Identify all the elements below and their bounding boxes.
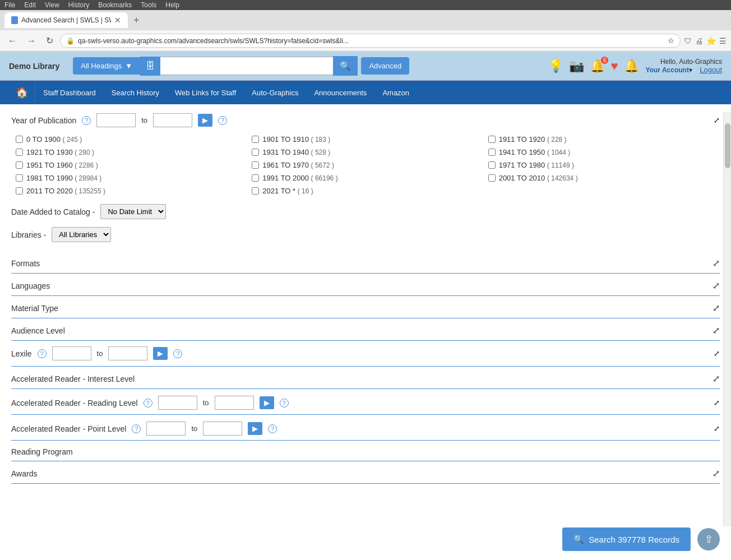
languages-header[interactable]: Languages ⤢ xyxy=(11,274,720,295)
tab-close-icon[interactable]: ✕ xyxy=(114,16,121,25)
audience-level-header[interactable]: Audience Level ⤢ xyxy=(11,318,720,340)
ar-reading-to-input[interactable] xyxy=(215,396,254,410)
date-added-dropdown[interactable]: No Date Limit xyxy=(100,204,166,219)
forward-button[interactable]: → xyxy=(24,35,39,47)
lexile-expand-icon[interactable]: ⤢ xyxy=(714,349,720,358)
lexile-range-help-icon[interactable]: ? xyxy=(173,349,182,358)
ar-point-expand-icon[interactable]: ⤢ xyxy=(714,424,720,433)
menu-tools[interactable]: Tools xyxy=(141,1,156,9)
database-icon-button[interactable]: 🗄 xyxy=(140,57,160,76)
year-range-help-icon[interactable]: ? xyxy=(218,116,227,125)
ar-interest-expand-icon[interactable]: ⤢ xyxy=(713,373,720,384)
year-range-checkbox-4[interactable] xyxy=(252,149,259,156)
browser-tab[interactable]: Advanced Search | SWLS | SWLS... ✕ xyxy=(4,12,128,28)
menu-help[interactable]: Help xyxy=(165,1,179,9)
star-icon[interactable]: ☆ xyxy=(668,36,674,45)
libraries-dropdown[interactable]: All Libraries xyxy=(52,227,111,242)
lexile-from-input[interactable] xyxy=(52,346,91,360)
awards-header[interactable]: Awards ⤢ xyxy=(11,461,720,483)
nav-amazon[interactable]: Amazon xyxy=(374,83,417,103)
year-range-checkbox-13[interactable] xyxy=(252,187,259,195)
lightbulb-icon[interactable]: 💡 xyxy=(548,59,563,73)
scrollbar-thumb[interactable] xyxy=(725,123,730,168)
nav-auto-graphics[interactable]: Auto-Graphics xyxy=(244,83,306,103)
formats-header[interactable]: Formats ⤢ xyxy=(11,251,720,273)
awards-expand-icon[interactable]: ⤢ xyxy=(713,468,720,479)
logout-button[interactable]: Logout xyxy=(700,66,722,74)
lexile-to-input[interactable] xyxy=(108,346,147,360)
reading-program-header[interactable]: Reading Program xyxy=(11,441,720,461)
ar-reading-help-icon[interactable]: ? xyxy=(144,399,152,408)
year-range-checkbox-10[interactable] xyxy=(252,174,259,182)
new-tab-button[interactable]: + xyxy=(130,13,143,27)
ar-reading-from-input[interactable] xyxy=(158,396,197,410)
ar-reading-go-button[interactable]: ▶ xyxy=(260,396,274,409)
year-to-input[interactable] xyxy=(153,113,192,127)
ar-reading-expand-icon[interactable]: ⤢ xyxy=(714,399,720,407)
nav-web-links[interactable]: Web Links for Staff xyxy=(167,83,244,103)
nav-search-history[interactable]: Search History xyxy=(104,83,167,103)
home-icon[interactable]: 🏠 xyxy=(9,81,35,104)
formats-expand-icon[interactable]: ⤢ xyxy=(713,258,720,269)
nav-staff-dashboard[interactable]: Staff Dashboard xyxy=(35,83,104,103)
year-range-checkbox-12[interactable] xyxy=(16,187,23,195)
ar-reading-header[interactable]: Accelerated Reader - Reading Level ? to … xyxy=(11,389,720,414)
ar-point-to-input[interactable] xyxy=(203,422,242,436)
menu-edit[interactable]: Edit xyxy=(24,1,36,9)
year-range-checkbox-9[interactable] xyxy=(16,174,23,182)
header-icons: 💡 📷 🔔 6 ♥ 🔔 xyxy=(548,59,639,73)
menu-view[interactable]: View xyxy=(45,1,59,9)
year-range-checkbox-0[interactable] xyxy=(16,136,23,143)
search-input[interactable] xyxy=(160,57,333,75)
menu-history[interactable]: History xyxy=(68,1,89,9)
year-go-button[interactable]: ▶ xyxy=(198,114,212,127)
menu-file[interactable]: File xyxy=(4,1,15,9)
reload-button[interactable]: ↻ xyxy=(43,34,57,47)
ar-point-go-button[interactable]: ▶ xyxy=(248,422,262,435)
back-button[interactable]: ← xyxy=(4,35,20,47)
audience-level-expand-icon[interactable]: ⤢ xyxy=(713,325,720,336)
url-input[interactable] xyxy=(78,37,664,45)
year-range-checkbox-3[interactable] xyxy=(16,149,23,156)
material-type-expand-icon[interactable]: ⤢ xyxy=(713,303,720,313)
year-pub-help-icon[interactable]: ? xyxy=(82,116,91,125)
bell-icon[interactable]: 🔔 xyxy=(624,59,639,73)
year-range-checkbox-2[interactable] xyxy=(488,136,496,143)
ar-point-header[interactable]: Accelerated Reader - Point Level ? to ▶ … xyxy=(11,415,720,440)
scrollbar[interactable] xyxy=(723,112,731,497)
search-go-button[interactable]: 🔍 xyxy=(333,56,358,76)
material-type-section: Material Type ⤢ xyxy=(11,296,720,318)
year-range-checkbox-1[interactable] xyxy=(252,136,259,143)
year-expand-icon[interactable]: ⤢ xyxy=(714,116,720,124)
heading-dropdown[interactable]: All Headings ▼ xyxy=(73,57,140,75)
ar-point-range-help-icon[interactable]: ? xyxy=(268,424,277,433)
year-range-checkbox-11[interactable] xyxy=(488,174,496,182)
lexile-help-icon[interactable]: ? xyxy=(38,349,47,358)
material-type-header[interactable]: Material Type ⤢ xyxy=(11,296,720,318)
ar-point-from-input[interactable] xyxy=(146,422,186,436)
advanced-button[interactable]: Advanced xyxy=(361,57,409,75)
nav-announcements[interactable]: Announcements xyxy=(306,83,374,103)
lexile-go-button[interactable]: ▶ xyxy=(153,347,168,360)
account-link[interactable]: Your Account xyxy=(646,66,689,74)
menu-icon[interactable]: ☰ xyxy=(719,36,727,45)
ar-reading-range-help-icon[interactable]: ? xyxy=(280,399,289,408)
ar-interest-header[interactable]: Accelerated Reader - Interest Level ⤢ xyxy=(11,367,720,388)
year-range-checkbox-6[interactable] xyxy=(16,161,23,169)
favorites-icon[interactable]: ♥ xyxy=(610,59,618,73)
year-range-label: 1981 TO 1990 ( 28984 ) xyxy=(26,174,101,182)
reading-program-title: Reading Program xyxy=(11,447,73,456)
notifications-icon[interactable]: 🔔 6 xyxy=(590,59,605,73)
print-icon[interactable]: 🖨 xyxy=(695,36,703,45)
year-from-input[interactable] xyxy=(96,113,136,127)
camera-icon[interactable]: 📷 xyxy=(569,59,584,73)
year-range-checkbox-5[interactable] xyxy=(488,149,496,156)
bookmark-star-icon[interactable]: ⭐ xyxy=(706,36,716,45)
menu-bookmarks[interactable]: Bookmarks xyxy=(98,1,132,9)
shield-icon[interactable]: 🛡 xyxy=(684,36,692,45)
url-bar[interactable]: 🔒 ☆ xyxy=(60,34,681,48)
ar-point-help-icon[interactable]: ? xyxy=(132,424,141,433)
languages-expand-icon[interactable]: ⤢ xyxy=(713,280,720,291)
year-range-checkbox-7[interactable] xyxy=(252,161,259,169)
year-range-checkbox-8[interactable] xyxy=(488,161,496,169)
